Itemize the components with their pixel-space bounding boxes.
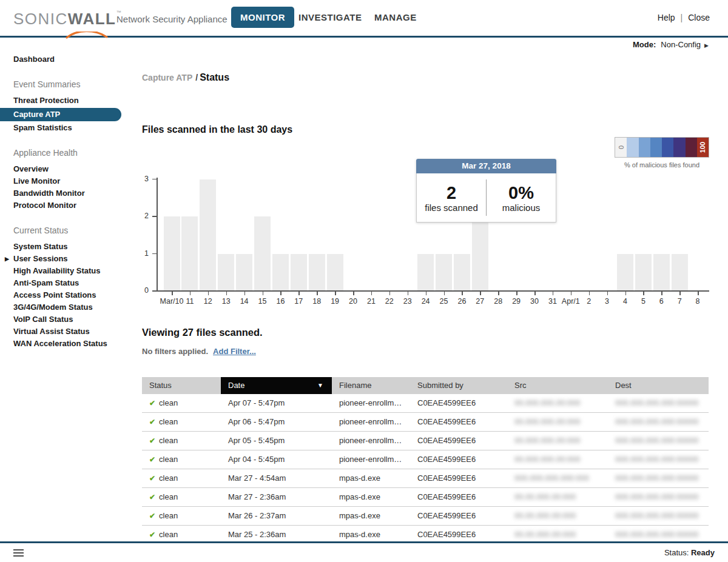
chart-bar-16[interactable]: [272, 254, 289, 291]
x-tick: [244, 292, 246, 295]
chart-bar-12[interactable]: [200, 179, 216, 291]
chart-bar-6[interactable]: [653, 254, 670, 291]
column-header-date[interactable]: Date▼: [221, 377, 332, 394]
cell-submitted-by: C0EAE4599EE6: [410, 394, 507, 412]
cell-date: Apr 06 - 5:47pm: [221, 413, 332, 431]
column-header-label: Src: [514, 381, 527, 390]
sidebar-item-access-point-stations[interactable]: Access Point Stations: [0, 289, 140, 301]
sidebar-item-capture-atp[interactable]: Capture ATP: [0, 108, 121, 121]
cell-submitted-by: C0EAE4599EE6: [410, 413, 507, 431]
cell-dest-redacted: 000.000.000.000:00000: [608, 469, 709, 487]
sidebar-item-wan-acceleration-status[interactable]: WAN Acceleration Status: [0, 338, 140, 350]
x-tick: [661, 292, 662, 295]
legend-segment: [686, 138, 697, 157]
tooltip-body: 2 files scanned 0% malicious: [416, 173, 556, 222]
table-row[interactable]: ✔cleanApr 06 - 5:47pmpioneer-enrollm…C0E…: [142, 413, 709, 432]
column-header-filename[interactable]: Filename: [332, 377, 410, 394]
clean-check-icon: ✔: [149, 512, 155, 520]
chart-bar-27[interactable]: [472, 216, 488, 290]
cell-src-redacted: 00.00.000.00:000: [507, 507, 608, 525]
sidebar-item-virtual-assist-status[interactable]: Virtual Assist Status: [0, 326, 140, 338]
chart-bar-15[interactable]: [254, 216, 271, 290]
tab-investigate[interactable]: INVESTIGATE: [298, 12, 362, 22]
expand-arrow-icon[interactable]: ▶: [5, 253, 9, 265]
cell-filename: pioneer-enrollm…: [332, 413, 410, 431]
y-tick: [152, 216, 157, 217]
y-tick: [152, 290, 157, 292]
chart-bar-25[interactable]: [436, 254, 452, 291]
sidebar-item-system-status[interactable]: System Status: [0, 241, 140, 253]
chart-bar-11[interactable]: [181, 216, 198, 290]
menu-icon[interactable]: [13, 549, 24, 558]
scanned-files-table: StatusDate▼FilenameSubmitted bySrcDest ✔…: [142, 377, 709, 544]
footer-status-label: Status:: [664, 548, 689, 557]
chart-bar-mar-10[interactable]: [164, 216, 180, 290]
column-header-status[interactable]: Status: [142, 377, 221, 394]
sidebar-item-bandwidth-monitor[interactable]: Bandwidth Monitor: [0, 187, 140, 199]
chart-bar-13[interactable]: [218, 254, 234, 291]
logo-text-sonic: SONIC: [13, 10, 68, 28]
sidebar-item-live-monitor[interactable]: Live Monitor: [0, 175, 140, 187]
sidebar-item-label: Threat Protection: [13, 96, 79, 105]
sidebar-item-label: User Sessions: [13, 254, 68, 263]
cell-src-redacted: 00.000.000.00:000: [507, 413, 608, 431]
x-tick: [589, 292, 590, 295]
x-tick: [679, 292, 681, 295]
chart-bar-17[interactable]: [291, 254, 307, 291]
chart-bar-24[interactable]: [417, 254, 434, 291]
chart-bar-5[interactable]: [635, 254, 652, 291]
sidebar-item-protocol-monitor[interactable]: Protocol Monitor: [0, 199, 140, 212]
column-header-submitted-by[interactable]: Submitted by: [410, 377, 507, 394]
sidebar-item-anti-spam-status[interactable]: Anti-Spam Status: [0, 277, 140, 289]
x-axis-line: [157, 290, 709, 292]
chart-bar-7[interactable]: [672, 254, 688, 291]
table-row[interactable]: ✔cleanMar 27 - 2:36ammpas-d.exeC0EAE4599…: [142, 488, 709, 507]
x-tick: [498, 292, 499, 295]
x-tick: [408, 292, 409, 295]
cell-status: ✔clean: [142, 394, 221, 412]
cell-date: Mar 26 - 2:37am: [221, 507, 332, 525]
sort-caret-icon[interactable]: ▼: [317, 377, 323, 394]
clean-check-icon: ✔: [149, 399, 155, 407]
chart-bar-4[interactable]: [617, 254, 633, 291]
cell-filename: pioneer-enrollm…: [332, 394, 410, 412]
sidebar-item-3g-4g-modem-status[interactable]: 3G/4G/Modem Status: [0, 301, 140, 313]
sidebar-sections: Event SummariesThreat ProtectionCapture …: [0, 79, 140, 350]
close-link[interactable]: Close: [688, 13, 710, 22]
sidebar-item-spam-statistics[interactable]: Spam Statistics: [0, 122, 140, 134]
chart-bar-14[interactable]: [236, 254, 252, 291]
tab-manage[interactable]: MANAGE: [374, 12, 417, 22]
mode-selector[interactable]: Mode:Non-Config▶: [633, 40, 709, 49]
sidebar-item-voip-call-status[interactable]: VoIP Call Status: [0, 313, 140, 326]
x-tick: [462, 292, 463, 295]
tooltip-files-label: files scanned: [425, 202, 478, 213]
sidebar-item-threat-protection[interactable]: Threat Protection: [0, 95, 140, 107]
tooltip-malicious-value: 0%: [508, 183, 534, 202]
x-tick: [190, 292, 191, 295]
tab-monitor[interactable]: MONITOR: [231, 7, 294, 28]
logo-text-wall: WALL: [68, 10, 116, 28]
filter-line: No filters applied.Add Filter...: [142, 347, 256, 356]
cell-dest-redacted: 000.000.000.000:00000: [608, 413, 709, 431]
table-row[interactable]: ✔cleanApr 05 - 5:45pmpioneer-enrollm…C0E…: [142, 432, 709, 450]
x-tick: [226, 292, 228, 295]
add-filter-link[interactable]: Add Filter...: [213, 347, 256, 356]
table-row[interactable]: ✔cleanApr 07 - 5:47pmpioneer-enrollm…C0E…: [142, 394, 709, 413]
cell-dest-redacted: 000.000.000.000:00000: [608, 394, 709, 412]
column-header-src[interactable]: Src: [507, 377, 608, 394]
help-link[interactable]: Help: [658, 13, 675, 22]
table-row[interactable]: ✔cleanApr 04 - 5:45pmpioneer-enrollm…C0E…: [142, 450, 709, 469]
sidebar-item-dashboard[interactable]: Dashboard: [0, 53, 140, 65]
table-row[interactable]: ✔cleanMar 27 - 4:54ammpas-d.exeC0EAE4599…: [142, 469, 709, 488]
column-header-dest[interactable]: Dest: [608, 377, 709, 394]
sidebar-item-label: Access Point Stations: [13, 290, 96, 299]
sidebar-item-high-availability-status[interactable]: High Availability Status: [0, 265, 140, 277]
chart-bar-19[interactable]: [327, 254, 343, 291]
breadcrumb-parent[interactable]: Capture ATP: [142, 73, 192, 82]
cell-dest-redacted: 000.000.000.000:00000: [608, 450, 709, 469]
chart-bar-26[interactable]: [454, 254, 470, 291]
table-row[interactable]: ✔cleanMar 26 - 2:37ammpas-d.exeC0EAE4599…: [142, 507, 709, 526]
chart-bar-18[interactable]: [309, 254, 325, 291]
sidebar-item-user-sessions[interactable]: ▶User Sessions: [0, 253, 140, 265]
sidebar-item-overview[interactable]: Overview: [0, 163, 140, 175]
